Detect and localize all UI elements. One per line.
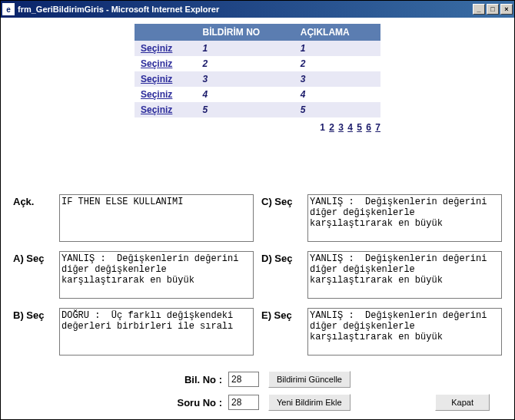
- soru-no-label: Soru No :: [13, 397, 228, 408]
- cell-aciklama: 4: [294, 87, 380, 102]
- select-link[interactable]: Seçiniz: [141, 43, 172, 54]
- table-row: Seçiniz 3 3: [135, 71, 380, 87]
- d-label: D) Seç: [261, 251, 300, 300]
- form-grid: Açk. C) Seç A) Seç D) Seç B) Seç E) Seç: [13, 194, 502, 357]
- c-label: C) Seç: [261, 194, 300, 243]
- maximize-button[interactable]: □: [487, 4, 499, 15]
- cell-bildirim: 3: [196, 71, 294, 87]
- bil-no-input[interactable]: [228, 372, 259, 387]
- col-select-header: [135, 24, 196, 41]
- e-textarea[interactable]: [307, 308, 502, 356]
- cell-bildirim: 5: [196, 102, 294, 117]
- ie-icon: e: [2, 3, 15, 15]
- a-textarea[interactable]: [59, 251, 254, 299]
- titlebar: e frm_GeriBildirimGiris - Microsoft Inte…: [1, 1, 514, 18]
- minimize-button[interactable]: _: [473, 4, 485, 15]
- pager-link[interactable]: 5: [357, 122, 362, 133]
- pager-link[interactable]: 6: [366, 122, 371, 133]
- cell-bildirim: 2: [196, 56, 294, 71]
- pager-link[interactable]: 7: [375, 122, 380, 133]
- bottom-controls: Bil. No : Bildirimi Güncelle Soru No : Y…: [13, 371, 502, 411]
- a-label: A) Seç: [13, 251, 52, 300]
- col-bildirim-header: BİLDİRİM NO: [196, 24, 294, 41]
- cell-aciklama: 3: [294, 71, 380, 87]
- soru-no-input[interactable]: [228, 395, 259, 410]
- table-row: Seçiniz 4 4: [135, 87, 380, 102]
- ack-textarea[interactable]: [59, 194, 254, 242]
- window: e frm_GeriBildirimGiris - Microsoft Inte…: [0, 0, 515, 420]
- select-link[interactable]: Seçiniz: [141, 104, 172, 115]
- b-textarea[interactable]: [59, 308, 254, 356]
- data-table: BİLDİRİM NO AÇIKLAMA Seçiniz 1 1 Seçiniz…: [135, 24, 380, 117]
- pager-current: 1: [320, 122, 325, 133]
- pager: 1 2 3 4 5 6 7: [135, 122, 380, 133]
- cell-bildirim: 1: [196, 41, 294, 56]
- select-link[interactable]: Seçiniz: [141, 58, 172, 69]
- c-textarea[interactable]: [307, 194, 502, 242]
- ack-label: Açk.: [13, 194, 52, 243]
- bil-no-label: Bil. No :: [13, 374, 228, 385]
- kapat-button[interactable]: Kapat: [435, 394, 490, 411]
- cell-aciklama: 1: [294, 41, 380, 56]
- cell-aciklama: 2: [294, 56, 380, 71]
- e-label: E) Seç: [261, 308, 300, 357]
- cell-aciklama: 5: [294, 102, 380, 117]
- cell-bildirim: 4: [196, 87, 294, 102]
- window-title: frm_GeriBildirimGiris - Microsoft Intern…: [18, 5, 219, 14]
- d-textarea[interactable]: [307, 251, 502, 299]
- pager-link[interactable]: 2: [329, 122, 334, 133]
- col-aciklama-header: AÇIKLAMA: [294, 24, 380, 41]
- table-row: Seçiniz 5 5: [135, 102, 380, 117]
- select-link[interactable]: Seçiniz: [141, 89, 172, 100]
- content: BİLDİRİM NO AÇIKLAMA Seçiniz 1 1 Seçiniz…: [1, 18, 514, 419]
- ekle-button[interactable]: Yeni Bildirim Ekle: [268, 394, 351, 411]
- pager-link[interactable]: 3: [338, 122, 344, 133]
- table-row: Seçiniz 1 1: [135, 41, 380, 56]
- data-table-wrap: BİLDİRİM NO AÇIKLAMA Seçiniz 1 1 Seçiniz…: [135, 24, 380, 133]
- select-link[interactable]: Seçiniz: [141, 74, 172, 84]
- table-row: Seçiniz 2 2: [135, 56, 380, 71]
- pager-link[interactable]: 4: [347, 122, 353, 133]
- close-button[interactable]: ×: [500, 4, 513, 15]
- guncelle-button[interactable]: Bildirimi Güncelle: [268, 371, 351, 388]
- b-label: B) Seç: [13, 308, 52, 357]
